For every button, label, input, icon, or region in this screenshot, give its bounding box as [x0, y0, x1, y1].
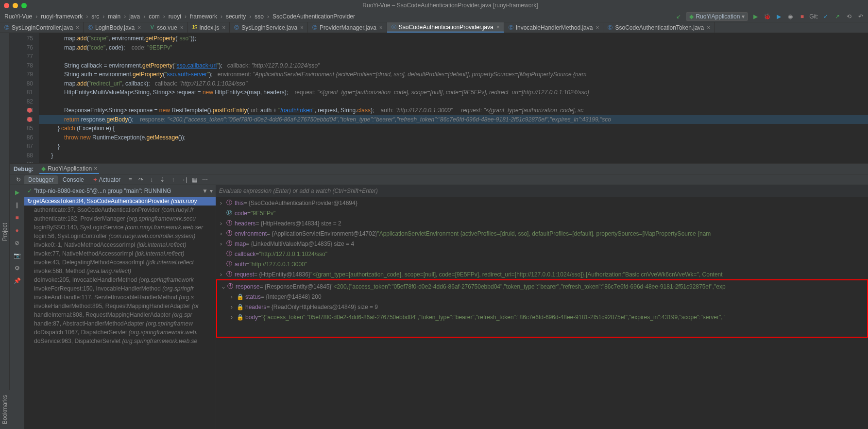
editor-tab[interactable]: Vsso.vue×	[145, 22, 187, 33]
expand-icon[interactable]: ›	[220, 230, 226, 237]
breadcrumb-part[interactable]: java	[128, 13, 141, 20]
close-icon[interactable]: ×	[180, 24, 184, 31]
debug-icon[interactable]: 🐞	[763, 12, 771, 21]
stack-frame[interactable]: doDispatch:1067, DispatcherServlet (org.…	[24, 328, 216, 337]
editor-tab[interactable]: ⒸLoginBody.java×	[84, 22, 145, 33]
code-line[interactable]: String auth = environment.getProperty("s…	[39, 70, 868, 79]
code-line[interactable]: }	[39, 151, 868, 160]
code-content[interactable]: map.add("scope", environment.getProperty…	[39, 33, 868, 163]
resume-icon[interactable]: ▶	[13, 188, 21, 197]
side-tab[interactable]: Project	[0, 221, 9, 243]
close-icon[interactable]: ×	[222, 24, 225, 31]
variable-row[interactable]: ›🔒body = "{"access_token":"05ef78f0-d0e2…	[217, 312, 867, 322]
run-icon[interactable]: ▶	[751, 12, 760, 21]
code-line[interactable]	[39, 52, 868, 61]
minimize-icon[interactable]	[13, 3, 18, 8]
close-icon[interactable]: ×	[379, 24, 383, 31]
git-update-icon[interactable]: ✓	[821, 12, 830, 21]
code-line[interactable]: throw new RuntimeException(e.getMessage(…	[39, 133, 868, 142]
mute-bp-icon[interactable]: ⊘	[13, 239, 21, 247]
code-line[interactable]	[39, 160, 868, 163]
expand-icon[interactable]: ›	[231, 304, 237, 310]
variable-row[interactable]: ›ⓕheaders = {HttpHeaders@14834} size = 2	[216, 218, 868, 228]
code-line[interactable]	[39, 97, 868, 106]
stack-frame[interactable]: ↻getAccessToken:84, SsoCodeAuthenticatio…	[24, 197, 216, 206]
code-line[interactable]: ResponseEntity<String> response = new Re…	[39, 106, 868, 115]
close-icon[interactable]: ×	[707, 24, 710, 31]
pause-icon[interactable]: ∥	[13, 201, 21, 209]
coverage-icon[interactable]: ▶	[774, 12, 783, 21]
rerun-icon[interactable]: ↻	[14, 175, 23, 185]
stack-frame[interactable]: handle:87, AbstractHandlerMethodAdapter …	[24, 319, 216, 328]
variable-row[interactable]: ›ⓕthis = {SsoCodeAuthenticationProvider@…	[216, 198, 868, 208]
breakpoint-icon[interactable]	[27, 117, 32, 122]
stop-icon[interactable]: ■	[798, 12, 806, 21]
editor-tab[interactable]: JSindex.js×	[188, 22, 230, 33]
thread-selector[interactable]: ✓ "http-nio-8080-exec-5"@...n group "mai…	[24, 185, 216, 197]
expand-icon[interactable]: ›	[220, 220, 226, 227]
breadcrumb-part[interactable]: ruoyi-framework	[39, 13, 84, 20]
breakpoints-icon[interactable]: ●	[13, 226, 21, 235]
force-step-icon[interactable]: ⇣	[157, 175, 167, 185]
stack-frame[interactable]: invoke:77, NativeMethodAccessorImpl (jdk…	[24, 249, 216, 258]
expand-icon[interactable]: ›	[231, 293, 237, 300]
code-line[interactable]: return response.getBody(); response: "<2…	[39, 115, 868, 124]
breadcrumb-part[interactable]: RuoYi-Vue	[3, 13, 34, 20]
evaluate-input[interactable]: Evaluate expression (Enter) or add a wat…	[216, 185, 868, 197]
breakpoint-icon[interactable]	[27, 108, 32, 113]
breadcrumb-part[interactable]: framework	[188, 13, 219, 20]
code-line[interactable]: HttpEntity<MultiValueMap<String, String>…	[39, 88, 868, 97]
editor-tab[interactable]: ⒸSysLoginService.java×	[230, 22, 308, 33]
bottom-tool-strip[interactable]: Bookmarks	[0, 390, 10, 429]
maximize-icon[interactable]	[21, 3, 27, 8]
expand-icon[interactable]: ›	[220, 271, 226, 278]
breadcrumb-part[interactable]: src	[90, 13, 101, 20]
close-icon[interactable]: ×	[94, 165, 97, 172]
stack-frame[interactable]: authenticate:37, SsoCodeAuthenticationPr…	[24, 206, 216, 214]
stack-frame[interactable]: handleInternal:808, RequestMappingHandle…	[24, 310, 216, 319]
expand-icon[interactable]: ⌄	[221, 283, 227, 290]
code-line[interactable]: String callback = environment.getPropert…	[39, 61, 868, 70]
editor-tab[interactable]: ⒸInvocableHandlerMethod.java×	[504, 22, 604, 33]
step-into-icon[interactable]: ↷	[136, 175, 146, 185]
filter-icon[interactable]: ▼	[202, 188, 208, 194]
variable-row[interactable]: ›ⓕrequest = {HttpEntity@14836} "<{grant_…	[216, 269, 868, 279]
evaluate-icon[interactable]: ▦	[189, 175, 199, 185]
stack-frame[interactable]: loginBySSO:140, SysLoginService (com.ruo…	[24, 223, 216, 232]
stack-frame[interactable]: doInvoke:205, InvocableHandlerMethod (or…	[24, 275, 216, 284]
breadcrumb-part[interactable]: com	[147, 13, 161, 20]
console-tab[interactable]: Console	[59, 175, 88, 184]
breadcrumb-part[interactable]: security	[224, 13, 247, 20]
stack-frame[interactable]: invoke:568, Method (java.lang.reflect)	[24, 267, 216, 275]
stack-frame[interactable]: invoke0:-1, NativeMethodAccessorImpl (jd…	[24, 240, 216, 249]
variable-row[interactable]: ⓕauth = "http://127.0.0.1:3000"	[216, 259, 868, 269]
breadcrumb-part[interactable]: main	[106, 13, 122, 20]
step-out-icon[interactable]: ↑	[168, 175, 178, 185]
stack-frame[interactable]: login:56, SysLoginController (com.ruoyi.…	[24, 232, 216, 240]
variable-row[interactable]: ›ⓕmap = {LinkedMultiValueMap@14835} size…	[216, 239, 868, 249]
git-rollback-icon[interactable]: ↶	[856, 12, 865, 21]
close-icon[interactable]: ×	[300, 24, 304, 31]
expand-icon[interactable]: ›	[231, 314, 237, 321]
close-icon[interactable]: ×	[137, 24, 141, 31]
stack-frame[interactable]: doService:963, DispatcherServlet (org.sp…	[24, 337, 216, 345]
code-line[interactable]: }	[39, 142, 868, 151]
editor-tab[interactable]: ⒸSysLoginController.java×	[0, 22, 84, 33]
variable-row[interactable]: ⌄ⓕresponse = {ResponseEntity@14845} "<20…	[217, 281, 867, 292]
close-icon[interactable]: ×	[596, 24, 599, 31]
code-line[interactable]: } catch (Exception e) {	[39, 124, 868, 133]
expand-icon[interactable]: ›	[220, 240, 226, 247]
debug-session-tab[interactable]: ◆ RuoYiApplication ×	[39, 164, 99, 174]
step-over-icon[interactable]: ≡	[125, 175, 135, 185]
step-into-my-icon[interactable]: ↓	[147, 175, 156, 185]
close-icon[interactable]	[4, 3, 9, 8]
editor-tab[interactable]: ⒸSsoCodeAuthenticationToken.java×	[603, 22, 715, 33]
code-line[interactable]: map.add("code", code); code: "9E5FPv"	[39, 43, 868, 52]
build-icon[interactable]: ↙	[674, 12, 683, 21]
stop-debug-icon[interactable]: ■	[13, 213, 21, 222]
profile-icon[interactable]: ◉	[786, 12, 795, 21]
expand-icon[interactable]: ›	[220, 200, 226, 206]
stack-frame[interactable]: authenticate:182, ProviderManager (org.s…	[24, 214, 216, 223]
editor-tab[interactable]: ⒸSsoCodeAuthenticationProvider.java×	[387, 22, 504, 33]
dropdown-icon[interactable]: ▾	[210, 188, 213, 194]
